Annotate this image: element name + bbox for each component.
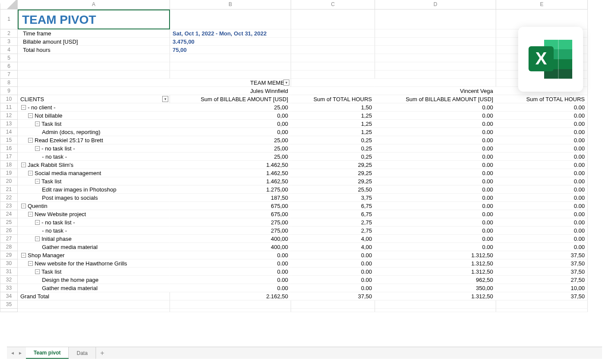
pivot-cell[interactable]: 400,00 — [170, 243, 291, 251]
empty-cell[interactable] — [375, 309, 496, 312]
cell-D10[interactable]: Sum of BILLABLE AMOUNT [USD] — [375, 95, 496, 103]
row-header-29[interactable]: 29 — [0, 251, 18, 259]
tab-team-pivot[interactable]: Team pivot — [26, 347, 69, 359]
empty-cell[interactable] — [496, 300, 588, 309]
empty-cell[interactable] — [496, 309, 588, 312]
pivot-row-label[interactable]: Design the home page — [18, 276, 170, 284]
pivot-cell[interactable]: 29,25 — [291, 169, 375, 177]
cell-B2[interactable]: Sat, Oct 1, 2022 - Mon, Oct 31, 2022 — [170, 29, 291, 38]
collapse-icon[interactable]: − — [35, 269, 40, 274]
row-header-1[interactable]: 1 — [0, 10, 18, 29]
cell-A7[interactable] — [18, 70, 170, 79]
pivot-row-label[interactable]: Admin (docs, reporting) — [18, 128, 170, 136]
row-header-20[interactable]: 20 — [0, 177, 18, 185]
pivot-row-label[interactable]: −Shop Manager — [18, 251, 170, 259]
empty-cell[interactable] — [375, 300, 496, 309]
row-header-4[interactable]: 4 — [0, 46, 18, 54]
pivot-cell[interactable]: 37,50 — [496, 259, 588, 268]
pivot-row-label[interactable]: Edit raw images in Photoshop — [18, 185, 170, 194]
row-header-25[interactable]: 25 — [0, 218, 18, 227]
cell-C2[interactable] — [291, 29, 375, 38]
pivot-cell[interactable]: 675,00 — [170, 210, 291, 218]
tab-data[interactable]: Data — [69, 347, 96, 359]
empty-cell[interactable] — [18, 300, 170, 309]
pivot-cell[interactable]: 0.00 — [496, 235, 588, 243]
row-header-partial[interactable] — [0, 309, 18, 312]
pivot-cell[interactable]: 0.00 — [170, 259, 291, 268]
row-header-16[interactable]: 16 — [0, 144, 18, 153]
row-header-21[interactable]: 21 — [0, 185, 18, 194]
grid[interactable]: A B C D E 1 TEAM PIVOT 2 Time frame Sat,… — [0, 0, 609, 312]
pivot-cell[interactable]: 10,00 — [496, 284, 588, 292]
cell-B7[interactable] — [170, 70, 291, 79]
pivot-cell[interactable]: 0.00 — [496, 128, 588, 136]
pivot-cell[interactable]: 187,50 — [170, 194, 291, 202]
row-header-3[interactable]: 3 — [0, 38, 18, 46]
pivot-cell[interactable]: 0.00 — [496, 227, 588, 235]
col-header-A[interactable]: A — [18, 0, 170, 10]
cell-D4[interactable] — [375, 46, 496, 54]
cell-C4[interactable] — [291, 46, 375, 54]
pivot-cell[interactable]: 0.00 — [496, 153, 588, 161]
pivot-cell[interactable]: 0.00 — [291, 284, 375, 292]
grand-total-cell[interactable]: 37,50 — [496, 292, 588, 300]
cell-A5[interactable] — [18, 54, 170, 62]
pivot-cell[interactable]: 1,50 — [291, 103, 375, 112]
row-header-33[interactable]: 33 — [0, 284, 18, 292]
pivot-cell[interactable]: 0.00 — [375, 169, 496, 177]
row-header-8[interactable]: 8 — [0, 79, 18, 87]
pivot-cell[interactable]: 0.00 — [496, 136, 588, 144]
collapse-icon[interactable]: − — [21, 105, 26, 110]
cell-B9-member1[interactable]: Jules Winnfield — [170, 87, 291, 95]
cell-C1[interactable] — [291, 10, 375, 29]
cell-C9[interactable] — [291, 87, 375, 95]
row-header-19[interactable]: 19 — [0, 169, 18, 177]
pivot-cell[interactable]: 0.00 — [291, 268, 375, 276]
pivot-cell[interactable]: 25,00 — [170, 136, 291, 144]
pivot-cell[interactable]: 25,00 — [170, 144, 291, 153]
collapse-icon[interactable]: − — [35, 220, 40, 225]
pivot-cell[interactable]: 0,00 — [170, 112, 291, 120]
collapse-icon[interactable]: − — [28, 212, 33, 217]
pivot-cell[interactable]: 1.275,00 — [170, 185, 291, 194]
select-all-corner[interactable] — [0, 0, 18, 10]
row-header-12[interactable]: 12 — [0, 112, 18, 120]
row-header-22[interactable]: 22 — [0, 194, 18, 202]
pivot-cell[interactable]: 0.00 — [375, 144, 496, 153]
row-header-10[interactable]: 10 — [0, 95, 18, 103]
clients-dropdown-icon[interactable]: ▾ — [162, 96, 168, 102]
row-header-28[interactable]: 28 — [0, 243, 18, 251]
row-header-13[interactable]: 13 — [0, 120, 18, 128]
row-header-9[interactable]: 9 — [0, 87, 18, 95]
collapse-icon[interactable]: − — [28, 138, 33, 143]
cell-D7[interactable] — [375, 70, 496, 79]
pivot-cell[interactable]: 0.00 — [496, 194, 588, 202]
pivot-cell[interactable]: 0.00 — [375, 243, 496, 251]
pivot-cell[interactable]: 1,25 — [291, 112, 375, 120]
pivot-row-label[interactable]: −Jack Rabbit Slim's — [18, 161, 170, 169]
prev-tab-icon[interactable]: ◄ — [10, 351, 16, 355]
cell-B10[interactable]: Sum of BILLABLE AMOUNT [USD] — [170, 95, 291, 103]
pivot-cell[interactable]: 25,00 — [170, 103, 291, 112]
cell-D2[interactable] — [375, 29, 496, 38]
row-header-23[interactable]: 23 — [0, 202, 18, 210]
row-header-14[interactable]: 14 — [0, 128, 18, 136]
cell-E10[interactable]: Sum of TOTAL HOURS — [496, 95, 588, 103]
collapse-icon[interactable]: − — [21, 163, 26, 167]
col-header-C[interactable]: C — [291, 0, 375, 10]
empty-cell[interactable] — [291, 300, 375, 309]
pivot-cell[interactable]: 0.00 — [375, 112, 496, 120]
pivot-cell[interactable]: 0.00 — [496, 243, 588, 251]
cell-D5[interactable] — [375, 54, 496, 62]
cell-C6[interactable] — [291, 62, 375, 70]
row-header-18[interactable]: 18 — [0, 161, 18, 169]
row-header-34[interactable]: 34 — [0, 292, 18, 300]
col-header-E[interactable]: E — [496, 0, 588, 10]
pivot-cell[interactable]: 275,00 — [170, 227, 291, 235]
pivot-row-label[interactable]: - no task - — [18, 227, 170, 235]
pivot-cell[interactable]: 0.00 — [375, 103, 496, 112]
pivot-cell[interactable]: 0.00 — [291, 259, 375, 268]
pivot-cell[interactable]: 3,75 — [291, 194, 375, 202]
empty-cell[interactable] — [18, 309, 170, 312]
grand-total-cell[interactable]: 1.312,50 — [375, 292, 496, 300]
